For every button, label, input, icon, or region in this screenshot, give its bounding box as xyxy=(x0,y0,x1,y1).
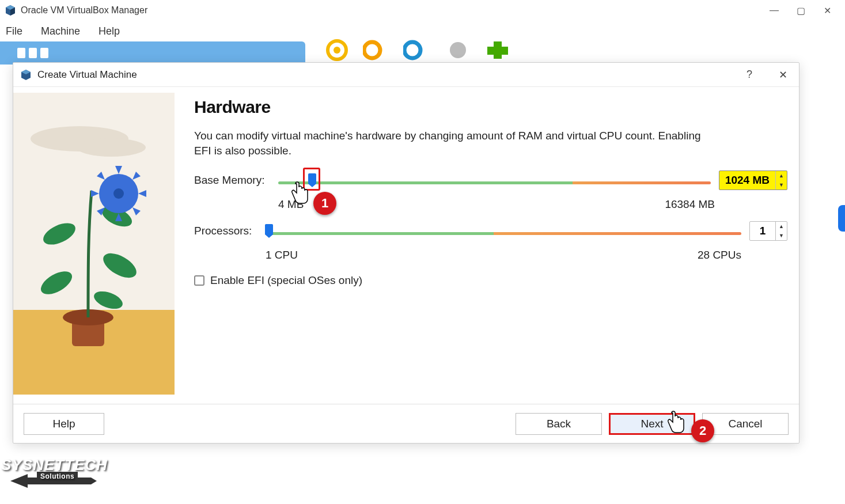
settings-toolbar-icon[interactable] xyxy=(323,38,351,62)
virtualbox-icon xyxy=(5,5,16,16)
watermark-line2: Solutions xyxy=(37,472,78,481)
dialog-title: Create Virtual Machine xyxy=(37,69,137,81)
svg-point-5 xyxy=(364,42,380,58)
vm-mini-icon xyxy=(29,48,37,58)
svg-point-20 xyxy=(92,288,125,312)
spin-up-icon[interactable]: ▲ xyxy=(776,222,787,231)
help-button[interactable]: Help xyxy=(24,413,104,435)
window-close-button[interactable]: ✕ xyxy=(814,1,840,20)
memory-max-label: 16384 MB xyxy=(665,198,715,211)
memory-spinbox[interactable]: 1024 MB ▲▼ xyxy=(719,170,787,190)
add-toolbar-icon[interactable] xyxy=(484,38,513,62)
cursor-hand-icon xyxy=(290,181,309,204)
svg-point-4 xyxy=(334,47,340,54)
window-minimize-button[interactable]: — xyxy=(761,1,787,20)
start-toolbar-icon[interactable] xyxy=(403,38,432,62)
page-description: You can modify virtual machine's hardwar… xyxy=(194,128,713,158)
svg-point-18 xyxy=(99,248,140,283)
titlebar: Oracle VM VirtualBox Manager — ▢ ✕ xyxy=(0,0,845,21)
spin-down-icon[interactable]: ▼ xyxy=(776,231,787,240)
dialog-titlebar: Create Virtual Machine ? ✕ xyxy=(13,63,799,87)
window-maximize-button[interactable]: ▢ xyxy=(787,1,814,20)
vm-mini-icon xyxy=(17,48,25,58)
memory-row: Base Memory: 1024 MB ▲▼ xyxy=(194,170,787,190)
wizard-illustration xyxy=(13,93,175,395)
vm-tab-strip xyxy=(0,41,845,65)
cpu-min-label: 1 CPU xyxy=(266,249,298,262)
memory-value[interactable]: 1024 MB xyxy=(719,171,775,190)
app-title: Oracle VM VirtualBox Manager xyxy=(21,5,147,16)
efi-label: Enable EFI (special OSes only) xyxy=(210,274,362,287)
virtualbox-icon xyxy=(20,69,32,81)
dialog-content: Hardware You can modify virtual machine'… xyxy=(175,87,799,404)
main-window: Oracle VM VirtualBox Manager — ▢ ✕ File … xyxy=(0,0,845,504)
memory-label: Base Memory: xyxy=(194,174,270,187)
annotation-badge-2: 2 xyxy=(691,419,714,442)
toolbar xyxy=(323,38,513,62)
svg-point-7 xyxy=(450,42,466,58)
memory-slider[interactable] xyxy=(278,177,711,184)
discard-toolbar-icon[interactable] xyxy=(363,38,392,62)
menu-help[interactable]: Help xyxy=(97,23,121,40)
svg-point-13 xyxy=(77,138,146,157)
back-button[interactable]: Back xyxy=(516,413,602,435)
annotation-badge-1: 1 xyxy=(313,192,336,215)
create-vm-dialog: Create Virtual Machine ? ✕ xyxy=(13,62,799,444)
svg-point-19 xyxy=(37,267,76,299)
cpu-slider[interactable] xyxy=(266,228,741,235)
spin-up-icon[interactable]: ▲ xyxy=(776,171,787,180)
cancel-button[interactable]: Cancel xyxy=(702,413,789,435)
cpu-max-label: 28 CPUs xyxy=(698,249,741,262)
selected-vm-tab[interactable] xyxy=(0,41,305,65)
cpu-row: Processors: 1 ▲▼ xyxy=(194,221,787,241)
svg-rect-9 xyxy=(487,47,508,55)
watermark: SYSNETTECH Solutions xyxy=(1,456,108,481)
side-tab-peek[interactable] xyxy=(838,205,845,232)
menu-file[interactable]: File xyxy=(5,23,24,40)
efi-checkbox-row[interactable]: Enable EFI (special OSes only) xyxy=(194,274,787,287)
menu-machine[interactable]: Machine xyxy=(40,23,81,40)
efi-checkbox[interactable] xyxy=(194,275,204,286)
cpu-value[interactable]: 1 xyxy=(750,222,775,240)
vm-mini-icon xyxy=(40,48,48,58)
gear-toolbar-icon[interactable] xyxy=(444,38,472,62)
cpu-label: Processors: xyxy=(194,225,257,237)
cursor-hand-icon xyxy=(666,411,685,434)
spin-down-icon[interactable]: ▼ xyxy=(776,180,787,190)
dialog-close-button[interactable]: ✕ xyxy=(774,66,792,84)
cpu-spinbox[interactable]: 1 ▲▼ xyxy=(749,221,787,241)
cpu-slider-thumb[interactable] xyxy=(265,224,273,234)
dialog-help-button[interactable]: ? xyxy=(742,66,757,83)
svg-point-22 xyxy=(113,188,124,199)
svg-point-17 xyxy=(40,219,78,249)
svg-point-6 xyxy=(404,42,420,58)
watermark-line1: SYSNETTECH xyxy=(1,456,108,473)
page-heading: Hardware xyxy=(194,97,787,117)
